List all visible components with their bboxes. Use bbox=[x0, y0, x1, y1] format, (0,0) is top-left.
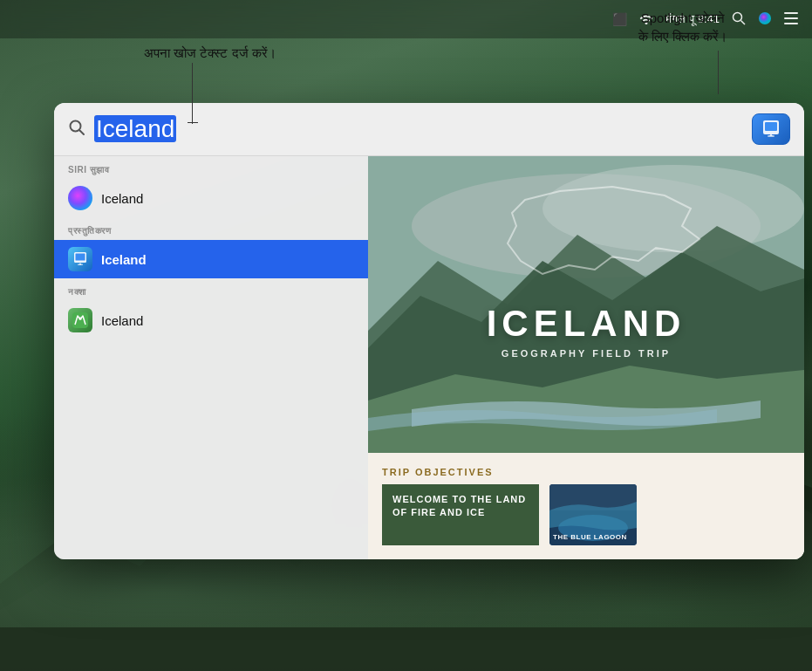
maps-section-label: नक्शा bbox=[54, 278, 368, 301]
results-list: SIRI सुझाव Iceland प्रस्तुतिकरण bbox=[54, 156, 368, 559]
keynote-result-icon bbox=[68, 247, 92, 271]
svg-rect-6 bbox=[784, 17, 798, 19]
search-annotation-line bbox=[192, 63, 193, 124]
svg-rect-17 bbox=[78, 264, 83, 266]
results-panel: SIRI सुझाव Iceland प्रस्तुतिकरण bbox=[54, 156, 804, 559]
svg-point-8 bbox=[71, 120, 81, 131]
preview-subtitle: GEOGRAPHY FIELD TRIP bbox=[502, 348, 671, 359]
siri-icon bbox=[68, 186, 92, 210]
svg-line-9 bbox=[80, 130, 85, 134]
search-bar: Iceland bbox=[54, 103, 804, 156]
siri-iceland-item[interactable]: Iceland bbox=[54, 179, 368, 217]
preview-main-title: ICELAND bbox=[487, 303, 686, 345]
preview-bottom-content: WELCOME TO THE LAND OF FIRE AND ICE THE … bbox=[382, 484, 790, 545]
search-annotation: अपना खोज टेक्स्ट दर्ज करें। bbox=[144, 44, 276, 62]
search-annotation-tick bbox=[188, 122, 198, 123]
keynote-iceland-label: Iceland bbox=[101, 252, 147, 267]
spotlight-annotation: Spotlight खोलने के लिए क्लिक करें। bbox=[613, 9, 753, 45]
svg-rect-7 bbox=[784, 23, 798, 24]
maps-iceland-label: Iceland bbox=[101, 313, 143, 328]
keynote-open-button[interactable] bbox=[752, 113, 790, 145]
preview-panel: ICELAND GEOGRAPHY FIELD TRIP TRIP OBJECT… bbox=[368, 156, 804, 559]
search-icon bbox=[68, 119, 85, 140]
trip-welcome-box: WELCOME TO THE LAND OF FIRE AND ICE bbox=[382, 484, 539, 545]
keynote-iceland-item[interactable]: Iceland bbox=[54, 240, 368, 278]
preview-bottom: TRIP OBJECTIVES WELCOME TO THE LAND OF F… bbox=[368, 453, 804, 559]
spotlight-container: Iceland SIRI सुझाव Iceland bbox=[54, 103, 804, 559]
maps-result-icon bbox=[68, 308, 92, 332]
siri-section-label: SIRI सुझाव bbox=[54, 156, 368, 179]
keynote-section-label: प्रस्तुतिकरण bbox=[54, 217, 368, 240]
svg-rect-11 bbox=[765, 122, 777, 131]
siri-iceland-label: Iceland bbox=[101, 191, 143, 206]
spotlight-window: Iceland SIRI सुझाव Iceland bbox=[54, 103, 804, 559]
spotlight-annotation-line bbox=[718, 51, 719, 94]
trip-objectives-label: TRIP OBJECTIVES bbox=[382, 467, 790, 477]
preview-hero-overlay: ICELAND GEOGRAPHY FIELD TRIP bbox=[368, 156, 804, 453]
siri-menubar-icon[interactable] bbox=[758, 11, 772, 28]
svg-point-4 bbox=[759, 12, 771, 24]
blue-lagoon-label: THE BLUE LAGOON bbox=[553, 533, 633, 542]
maps-iceland-item[interactable]: Iceland bbox=[54, 301, 368, 339]
svg-rect-15 bbox=[76, 254, 85, 261]
svg-rect-5 bbox=[784, 12, 798, 14]
preview-hero: ICELAND GEOGRAPHY FIELD TRIP bbox=[368, 156, 804, 453]
blue-lagoon-thumbnail: THE BLUE LAGOON bbox=[549, 484, 637, 545]
svg-rect-13 bbox=[768, 135, 774, 137]
control-center-icon[interactable] bbox=[784, 12, 798, 27]
svg-point-19 bbox=[78, 317, 82, 320]
